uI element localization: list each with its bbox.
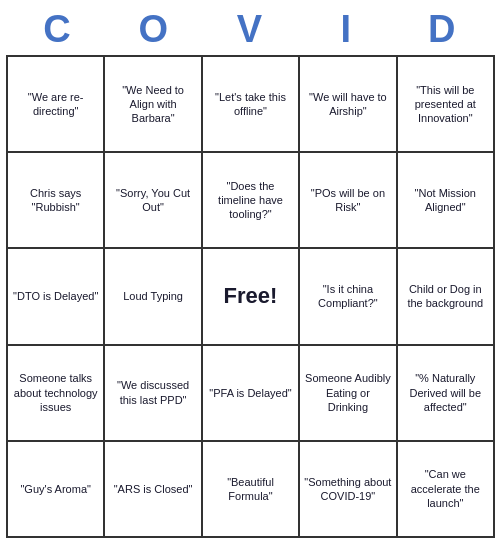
bingo-cell-7[interactable]: "Does the timeline have tooling?"	[203, 153, 300, 249]
bingo-cell-23[interactable]: "Something about COVID-19"	[300, 442, 397, 538]
bingo-cell-19[interactable]: "% Naturally Derived will be affected"	[398, 346, 495, 442]
bingo-header: COVID	[0, 0, 501, 55]
bingo-card: COVID "We are re-directing""We Need to A…	[0, 0, 501, 544]
bingo-cell-11[interactable]: Loud Typing	[105, 249, 202, 345]
bingo-cell-24[interactable]: "Can we accelerate the launch"	[398, 442, 495, 538]
bingo-cell-22[interactable]: "Beautiful Formula"	[203, 442, 300, 538]
bingo-cell-21[interactable]: "ARS is Closed"	[105, 442, 202, 538]
bingo-cell-10[interactable]: "DTO is Delayed"	[8, 249, 105, 345]
bingo-cell-5[interactable]: Chris says "Rubbish"	[8, 153, 105, 249]
header-letter-o: O	[114, 8, 194, 51]
bingo-cell-17[interactable]: "PFA is Delayed"	[203, 346, 300, 442]
bingo-cell-14[interactable]: Child or Dog in the background	[398, 249, 495, 345]
bingo-cell-13[interactable]: "Is it china Compliant?"	[300, 249, 397, 345]
bingo-cell-8[interactable]: "POs will be on Risk"	[300, 153, 397, 249]
bingo-cell-1[interactable]: "We Need to Align with Barbara"	[105, 57, 202, 153]
free-space-cell[interactable]: Free!	[203, 249, 300, 345]
bingo-cell-0[interactable]: "We are re-directing"	[8, 57, 105, 153]
bingo-cell-20[interactable]: "Guy's Aroma"	[8, 442, 105, 538]
header-letter-i: I	[307, 8, 387, 51]
bingo-cell-2[interactable]: "Let's take this offline"	[203, 57, 300, 153]
bingo-grid: "We are re-directing""We Need to Align w…	[6, 55, 495, 538]
header-letter-d: D	[403, 8, 483, 51]
header-letter-c: C	[18, 8, 98, 51]
bingo-cell-9[interactable]: "Not Mission Aligned"	[398, 153, 495, 249]
bingo-cell-18[interactable]: Someone Audibly Eating or Drinking	[300, 346, 397, 442]
bingo-cell-3[interactable]: "We will have to Airship"	[300, 57, 397, 153]
bingo-cell-15[interactable]: Someone talks about technology issues	[8, 346, 105, 442]
header-letter-v: V	[210, 8, 290, 51]
bingo-cell-6[interactable]: "Sorry, You Cut Out"	[105, 153, 202, 249]
bingo-cell-4[interactable]: "This will be presented at Innovation"	[398, 57, 495, 153]
bingo-cell-16[interactable]: "We discussed this last PPD"	[105, 346, 202, 442]
